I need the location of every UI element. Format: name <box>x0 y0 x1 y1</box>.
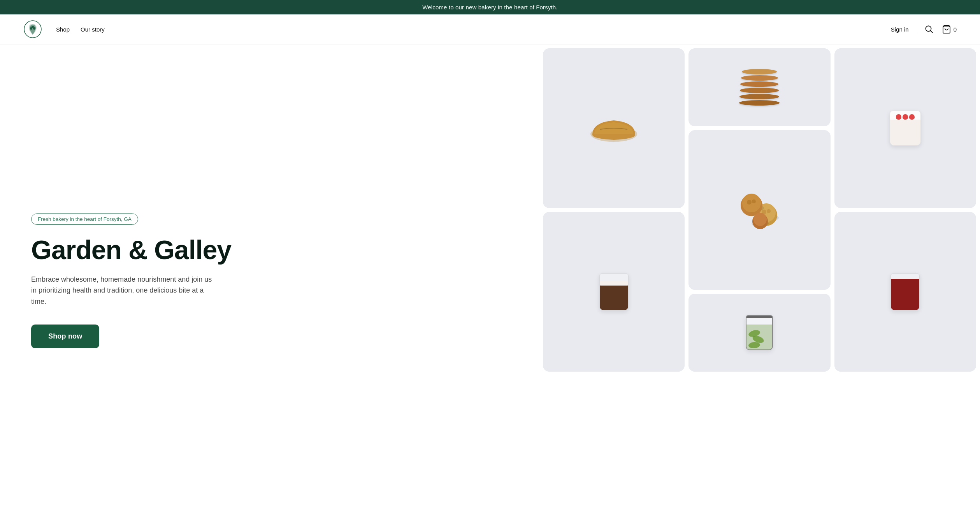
search-icon <box>925 25 933 34</box>
nav-right: Sign in 0 <box>891 23 957 35</box>
navigation: Shop Our story Sign in 0 <box>0 14 980 44</box>
logo-icon <box>23 20 42 39</box>
nav-links: Shop Our story <box>56 26 105 33</box>
sign-in-button[interactable]: Sign in <box>891 26 909 33</box>
product-card-bread[interactable] <box>543 48 685 208</box>
svg-point-12 <box>767 209 771 213</box>
search-button[interactable] <box>923 23 935 35</box>
product-card-muffins[interactable] <box>688 130 830 290</box>
hero-description: Embrace wholesome, homemade nourishment … <box>31 274 218 307</box>
hero-title: Garden & Galley <box>31 236 508 264</box>
bread-illustration <box>557 64 670 192</box>
nav-our-story[interactable]: Our story <box>81 26 105 33</box>
product-card-yogurt[interactable] <box>834 48 976 208</box>
jar-illustration <box>703 302 816 364</box>
yogurt-illustration <box>848 64 962 192</box>
product-card-red-drink[interactable] <box>834 212 976 372</box>
announcement-text: Welcome to our new bakery in the heart o… <box>422 4 557 11</box>
svg-point-17 <box>752 199 756 203</box>
product-card-pancakes[interactable] <box>688 48 830 126</box>
nav-divider <box>916 25 916 34</box>
cart-count: 0 <box>954 26 957 33</box>
pancake-illustration <box>703 56 816 118</box>
cart-button[interactable]: 0 <box>942 25 957 34</box>
product-grid <box>539 44 980 508</box>
muffins-svg <box>736 189 783 231</box>
logo[interactable] <box>23 20 42 39</box>
cart-icon <box>942 25 951 34</box>
svg-point-20 <box>753 213 767 226</box>
muffins-illustration <box>703 146 816 274</box>
shop-now-button[interactable]: Shop now <box>31 325 99 348</box>
bread-svg <box>588 111 639 146</box>
hero-section: Fresh bakery in the heart of Forsyth, GA… <box>0 44 980 508</box>
hero-left: Fresh bakery in the heart of Forsyth, GA… <box>0 44 539 508</box>
svg-point-15 <box>742 194 761 212</box>
svg-point-16 <box>747 200 752 205</box>
product-card-jar[interactable] <box>688 294 830 372</box>
nav-shop[interactable]: Shop <box>56 26 70 33</box>
choc-drink-illustration <box>557 228 670 356</box>
svg-point-3 <box>32 26 34 28</box>
announcement-bar: Welcome to our new bakery in the heart o… <box>0 0 980 14</box>
red-drink-illustration <box>848 228 962 356</box>
location-badge: Fresh bakery in the heart of Forsyth, GA <box>31 213 138 225</box>
product-card-choc-drink[interactable] <box>543 212 685 372</box>
svg-line-5 <box>930 31 933 33</box>
